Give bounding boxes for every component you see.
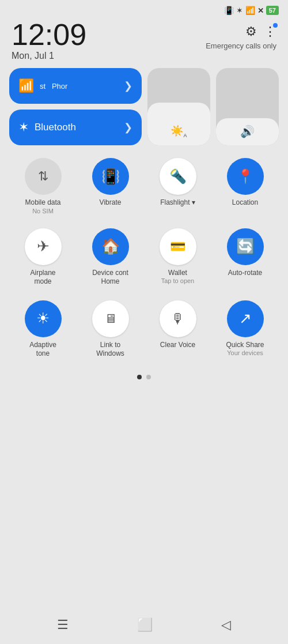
wallet-icon: 💳 (170, 239, 185, 254)
bottom-nav: ☰ ⬜ ◁ (0, 617, 288, 632)
device-control-icon: 🏠 (101, 238, 120, 255)
toggle-clear-voice-circle: 🎙 (160, 300, 196, 337)
wifi-sub-label: st Phor (40, 82, 67, 91)
toggle-wallet-label: Wallet (168, 269, 187, 278)
clock-time: 12:09 (12, 20, 86, 50)
clock-date: Mon, Jul 1 (12, 51, 86, 61)
wifi-bluetooth-col: 📶 st Phor ❯ ✶ Bluetooth ❯ (9, 68, 142, 145)
toggle-wallet-circle: 💳 (160, 228, 196, 265)
battery-level: 57 (269, 7, 276, 14)
toggle-auto-rotate-label: Auto-rotate (228, 269, 262, 278)
page-dot-2[interactable] (146, 375, 151, 379)
bluetooth-status-icon: ✶ (236, 6, 243, 15)
toggle-mobile-data[interactable]: ⇅ Mobile data No SIM (9, 151, 77, 221)
toggle-device-control-circle: 🏠 (92, 228, 129, 265)
emergency-text: Emergency calls only (206, 42, 276, 50)
page-dots (9, 370, 279, 384)
time-block: 12:09 Mon, Jul 1 (12, 20, 86, 61)
header-icons-row: ⚙ ⋮ (245, 24, 276, 39)
vibrate-status-icon: 📳 (224, 6, 234, 15)
toggle-airplane-circle: ✈ (25, 228, 62, 265)
page-dot-1[interactable] (137, 375, 142, 379)
toggle-location-label: Location (232, 198, 258, 208)
toggle-clear-voice[interactable]: 🎙 Clear Voice (144, 293, 211, 366)
sliders-col: ☀️A 🔊 (147, 68, 279, 145)
wifi-tile[interactable]: 📶 st Phor ❯ (9, 68, 142, 104)
toggle-location-circle: 📍 (227, 158, 264, 195)
settings-button[interactable]: ⚙ (245, 24, 257, 39)
toggle-device-control-label: Device contHome (92, 269, 128, 287)
toggles-grid: ⇅ Mobile data No SIM 📳 Vibrate 🔦 Flashli… (9, 151, 279, 366)
notification-dot (273, 23, 278, 28)
airplane-icon: ✈ (37, 238, 50, 255)
battery-icon: 57 (266, 6, 279, 15)
toggle-auto-rotate[interactable]: 🔄 Auto-rotate (211, 221, 279, 293)
bluetooth-arrow-icon[interactable]: ❯ (124, 121, 132, 134)
wifi-arrow-icon[interactable]: ❯ (124, 80, 132, 92)
quick-share-icon: ↗ (239, 310, 252, 327)
toggle-vibrate[interactable]: 📳 Vibrate (77, 151, 144, 221)
flashlight-icon: 🔦 (169, 168, 187, 184)
toggle-location[interactable]: 📍 Location (211, 151, 279, 221)
toggle-adaptive-tone[interactable]: ☀ Adaptivetone (9, 293, 77, 366)
toggle-mobile-data-label: Mobile data (25, 198, 60, 208)
toggle-mobile-data-circle: ⇅ (25, 158, 62, 195)
toggle-device-control[interactable]: 🏠 Device contHome (77, 221, 144, 293)
status-icons: 📳 ✶ 📶 ✕ 57 (224, 6, 279, 15)
mobile-data-icon: ⇅ (38, 169, 48, 184)
status-bar: 📳 ✶ 📶 ✕ 57 (0, 0, 288, 17)
toggle-airplane[interactable]: ✈ Airplanemode (9, 221, 77, 293)
clear-voice-icon: 🎙 (171, 311, 185, 327)
toggle-adaptive-tone-circle: ☀ (25, 300, 62, 337)
wifi-label: st Phor (40, 80, 118, 92)
no-sim-status-icon: ✕ (257, 6, 264, 15)
toggle-link-windows[interactable]: 🖥 Link toWindows (77, 293, 144, 366)
volume-icon: 🔊 (240, 125, 255, 138)
toggle-mobile-data-sublabel: No SIM (32, 208, 54, 214)
toggle-flashlight-circle: 🔦 (160, 158, 196, 195)
header-actions: ⚙ ⋮ Emergency calls only (206, 20, 276, 50)
nav-back-button[interactable]: ◁ (221, 617, 231, 632)
toggle-flashlight[interactable]: 🔦 Flashlight ▾ (144, 151, 211, 221)
brightness-fill (147, 103, 210, 145)
toggle-flashlight-label: Flashlight ▾ (160, 198, 195, 208)
toggle-quick-share-label: Quick Share (226, 341, 264, 350)
toggle-vibrate-circle: 📳 (92, 158, 129, 195)
tiles-container: 📶 st Phor ❯ ✶ Bluetooth ❯ ☀️A 🔊 (0, 61, 288, 384)
toggle-quick-share[interactable]: ↗ Quick Share Your devices (211, 293, 279, 366)
top-row: 📶 st Phor ❯ ✶ Bluetooth ❯ ☀️A 🔊 (9, 68, 279, 145)
adaptive-tone-icon: ☀ (36, 310, 50, 327)
toggle-auto-rotate-circle: 🔄 (227, 228, 264, 265)
location-icon: 📍 (237, 168, 254, 184)
toggle-wallet-sublabel: Tap to open (161, 277, 195, 284)
toggle-wallet[interactable]: 💳 Wallet Tap to open (144, 221, 211, 293)
wifi-icon: 📶 (18, 78, 34, 93)
volume-slider[interactable]: 🔊 (216, 68, 279, 145)
toggle-clear-voice-label: Clear Voice (160, 341, 195, 350)
toggle-link-windows-circle: 🖥 (92, 300, 129, 337)
auto-rotate-icon: 🔄 (236, 238, 255, 255)
bluetooth-icon: ✶ (18, 120, 29, 135)
nav-menu-button[interactable]: ☰ (57, 617, 69, 632)
toggle-link-windows-label: Link toWindows (96, 341, 124, 359)
vibrate-icon: 📳 (101, 168, 120, 186)
link-windows-icon: 🖥 (104, 311, 117, 326)
header-row: 12:09 Mon, Jul 1 ⚙ ⋮ Emergency calls onl… (0, 17, 288, 61)
toggle-adaptive-tone-label: Adaptivetone (29, 341, 56, 359)
toggle-quick-share-sublabel: Your devices (227, 349, 263, 356)
brightness-icon: ☀️A (170, 125, 187, 138)
toggle-vibrate-label: Vibrate (100, 198, 122, 208)
nav-home-button[interactable]: ⬜ (137, 617, 153, 632)
bluetooth-label: Bluetooth (35, 122, 118, 133)
toggle-quick-share-circle: ↗ (227, 300, 264, 337)
more-options-button[interactable]: ⋮ (264, 24, 276, 39)
toggle-airplane-label: Airplanemode (30, 269, 55, 287)
brightness-slider[interactable]: ☀️A (147, 68, 210, 145)
bluetooth-tile[interactable]: ✶ Bluetooth ❯ (9, 110, 142, 145)
wifi-status-icon: 📶 (245, 6, 255, 15)
